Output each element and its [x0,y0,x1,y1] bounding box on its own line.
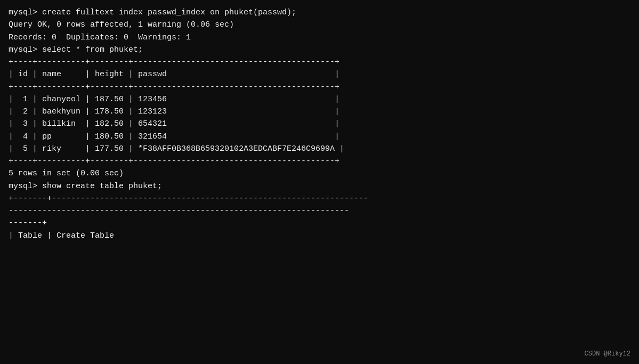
terminal-line-10: | 2 | baekhyun | 178.50 | 123123 | [9,106,630,118]
terminal-line-15: 5 rows in set (0.00 sec) [9,167,630,180]
terminal-line-17: mysql> show create table phuket; [9,180,630,192]
terminal-line-2: Query OK, 0 rows affected, 1 warning (0.… [9,19,630,31]
terminal-line-19: ----------------------------------------… [9,205,630,217]
terminal-line-13: | 5 | riky | 177.50 | *F38AFF0B368B65932… [9,143,630,155]
terminal-line-3: Records: 0 Duplicates: 0 Warnings: 1 [9,31,630,44]
terminal-line-1: mysql> create fulltext index passwd_inde… [9,6,630,19]
terminal-line-9: | 1 | chanyeol | 187.50 | 123456 | [9,93,630,106]
terminal-line-21: -------+ [9,217,630,229]
terminal-line-18: +-------+-------------------------------… [9,192,630,205]
terminal-line-11: | 3 | billkin | 182.50 | 654321 | [9,118,630,130]
terminal-line-12: | 4 | pp | 180.50 | 321654 | [9,131,630,143]
terminal-line-5: mysql> select * from phuket; [9,44,630,56]
terminal-line-6: +----+----------+--------+--------------… [9,56,630,68]
terminal-line-22: | Table | Create Table [9,230,630,242]
terminal-line-14: +----+----------+--------+--------------… [9,155,630,167]
terminal-line-8: +----+----------+--------+--------------… [9,81,630,93]
terminal-line-7: | id | name | height | passwd | [9,68,630,80]
terminal-output: mysql> create fulltext index passwd_inde… [9,6,630,358]
watermark-text: CSDN @Riky12 [585,349,630,359]
